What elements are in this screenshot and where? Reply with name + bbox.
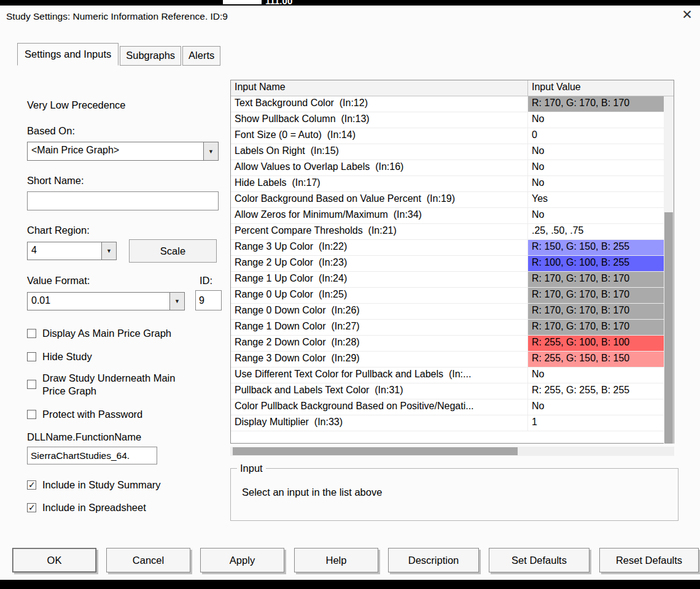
tab-label: Alerts (189, 50, 214, 61)
table-row[interactable]: Range 3 Up Color (In:22) R: 150, G: 150,… (231, 240, 674, 256)
input-value-cell: 0 (528, 128, 664, 144)
input-value-cell: R: 170, G: 170, B: 170 (528, 288, 664, 303)
table-row[interactable]: Range 1 Down Color (In:27) R: 170, G: 17… (231, 320, 674, 336)
checkbox-icon (27, 329, 36, 338)
cancel-button[interactable]: Cancel (106, 548, 190, 572)
reset-defaults-button[interactable]: Reset Defaults (599, 548, 699, 572)
input-value-cell: R: 170, G: 170, B: 170 (528, 96, 664, 112)
input-value-cell: Yes (528, 192, 664, 207)
tab-alerts[interactable]: Alerts (182, 46, 220, 66)
vertical-scrollbar[interactable] (664, 96, 674, 444)
background-chart-strip: 111.00 (0, 0, 700, 6)
table-row[interactable]: Range 0 Down Color (In:26) R: 170, G: 17… (231, 304, 674, 320)
chevron-down-icon[interactable]: ▼ (203, 142, 218, 160)
table-row[interactable]: Use Different Text Color for Pullback an… (231, 368, 674, 383)
input-name-cell: Range 2 Up Color (In:23) (231, 256, 528, 271)
checkbox-label: Draw Study Underneath Main Price Graph (42, 372, 187, 397)
table-row[interactable]: Pullback and Labels Text Color (In:31) R… (231, 383, 674, 399)
input-name-cell: Show Pullback Column (In:13) (231, 112, 528, 128)
background-chart-fragment (223, 0, 262, 4)
column-header-input-name[interactable]: Input Name (231, 80, 528, 96)
study-settings-dialog: 111.00 Study Settings: Numeric Informati… (0, 0, 700, 589)
scale-button[interactable]: Scale (129, 239, 217, 263)
help-button[interactable]: Help (294, 548, 378, 572)
precedence-text: Very Low Precedence (27, 99, 126, 111)
checkbox-protect-with-password[interactable]: Protect with Password (27, 408, 142, 421)
input-name-cell: Range 1 Down Color (In:27) (231, 320, 528, 335)
set-defaults-button[interactable]: Set Defaults (489, 548, 589, 572)
table-row[interactable]: Display Multiplier (In:33) 1 (231, 415, 674, 431)
chevron-down-icon[interactable]: ▼ (101, 242, 116, 260)
table-row[interactable]: Range 0 Up Color (In:25) R: 170, G: 170,… (231, 288, 674, 304)
tab-settings-and-inputs[interactable]: Settings and Inputs (17, 43, 119, 66)
checkbox-hide-study[interactable]: Hide Study (27, 350, 92, 363)
input-value-cell: R: 255, G: 255, B: 255 (528, 383, 664, 399)
table-row[interactable]: Range 2 Up Color (In:23) R: 100, G: 100,… (231, 256, 674, 272)
background-bottom-strip (0, 580, 700, 589)
input-group-legend: Input (237, 463, 266, 474)
table-row[interactable]: Show Pullback Column (In:13) No (231, 112, 674, 128)
input-value-cell: No (528, 112, 664, 128)
dialog-buttons: OK Cancel Apply Help Description Set Def… (12, 548, 699, 572)
checkbox-label: Display As Main Price Graph (42, 327, 171, 340)
dll-function-label: DLLName.FunctionName (27, 431, 141, 443)
table-row[interactable]: Text Background Color (In:12) R: 170, G:… (231, 96, 674, 112)
chart-region-dropdown[interactable]: 4 ▼ (27, 242, 117, 260)
checkbox-label: Protect with Password (42, 408, 142, 421)
table-row[interactable]: Color Background Based on Value Percent … (231, 192, 674, 208)
input-value-cell: No (528, 144, 664, 160)
input-value-cell: No (528, 176, 664, 191)
checkbox-display-as-main-price-graph[interactable]: Display As Main Price Graph (27, 327, 171, 340)
table-row[interactable]: Labels On Right (In:15) No (231, 144, 674, 160)
table-row[interactable]: Color Pullback Background Based on Posit… (231, 399, 674, 415)
input-name-cell: Range 0 Down Color (In:26) (231, 304, 528, 319)
checkbox-include-in-spreadsheet[interactable]: Include in Spreadsheet (27, 501, 146, 514)
close-icon[interactable]: ✕ (679, 7, 696, 22)
input-value-cell: R: 150, G: 150, B: 255 (528, 240, 664, 255)
dll-function-input[interactable] (27, 447, 157, 464)
chevron-down-icon[interactable]: ▼ (169, 293, 184, 310)
table-row[interactable]: Font Size (0 = Auto) (In:14) 0 (231, 128, 674, 144)
short-name-input[interactable] (27, 191, 219, 210)
table-row[interactable]: Allow Values to Overlap Labels (In:16) N… (231, 160, 674, 176)
input-name-cell: Use Different Text Color for Pullback an… (231, 368, 528, 383)
checkbox-checked-icon (27, 503, 36, 512)
id-label: ID: (200, 275, 212, 287)
ok-button[interactable]: OK (12, 548, 96, 572)
input-name-cell: Range 0 Up Color (In:25) (231, 288, 528, 303)
input-name-cell: Text Background Color (In:12) (231, 96, 528, 112)
horizontal-scrollbar-thumb[interactable] (233, 447, 518, 455)
table-row[interactable]: Hide Labels (In:17) No (231, 176, 674, 192)
input-name-cell: Percent Compare Thresholds (In:21) (231, 224, 528, 239)
input-name-cell: Color Background Based on Value Percent … (231, 192, 528, 207)
value-format-dropdown[interactable]: 0.01 ▼ (27, 292, 185, 310)
table-row[interactable]: Range 2 Down Color (In:28) R: 255, G: 10… (231, 336, 674, 352)
id-input[interactable] (195, 290, 222, 310)
input-group-message: Select an input in the list above (242, 487, 382, 498)
table-row[interactable]: Range 1 Up Color (In:24) R: 170, G: 170,… (231, 272, 674, 288)
input-value-cell: R: 170, G: 170, B: 170 (528, 320, 664, 335)
input-value-cell: R: 100, G: 100, B: 255 (528, 256, 664, 271)
input-value-cell: No (528, 368, 664, 383)
tab-subgraphs[interactable]: Subgraphs (120, 46, 181, 66)
input-value-cell: R: 170, G: 170, B: 170 (528, 304, 664, 319)
vertical-scrollbar-thumb[interactable] (664, 212, 673, 444)
input-name-cell: Labels On Right (In:15) (231, 144, 528, 160)
column-header-input-value[interactable]: Input Value (528, 80, 674, 96)
description-button[interactable]: Description (388, 548, 479, 572)
apply-button[interactable]: Apply (200, 548, 284, 572)
checkbox-draw-study-underneath[interactable]: Draw Study Underneath Main Price Graph (27, 372, 199, 397)
chart-region-label: Chart Region: (27, 225, 90, 236)
checkbox-include-in-study-summary[interactable]: Include in Study Summary (27, 479, 161, 491)
input-name-cell: Display Multiplier (In:33) (231, 415, 528, 431)
value-format-label: Value Format: (27, 275, 90, 287)
table-row[interactable]: Range 3 Down Color (In:29) R: 255, G: 15… (231, 352, 674, 368)
input-name-cell: Font Size (0 = Auto) (In:14) (231, 128, 528, 144)
table-row[interactable]: Percent Compare Thresholds (In:21) .25, … (231, 224, 674, 240)
tab-label: Subgraphs (126, 50, 175, 61)
table-row[interactable]: Allow Zeros for Minimum/Maximum (In:34) … (231, 208, 674, 224)
horizontal-scrollbar[interactable] (230, 447, 674, 456)
chart-region-value: 4 (28, 242, 101, 260)
based-on-label: Based On: (27, 125, 75, 137)
based-on-dropdown[interactable]: <Main Price Graph> ▼ (27, 142, 219, 161)
